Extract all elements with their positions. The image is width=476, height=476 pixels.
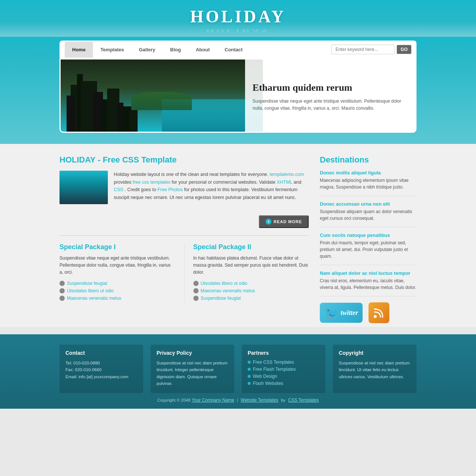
list-icon: [193, 296, 199, 301]
footer-bottom: Copyright © 2048 Your Company Name | Web…: [60, 398, 416, 403]
partner-link-2[interactable]: Free Flash Templates: [253, 367, 296, 372]
free-photos-link[interactable]: Free Photos: [157, 187, 183, 192]
footer-copyright-col: Copyright Suspendisse at nisl nec diam p…: [333, 345, 416, 393]
list-item: Suspendisse feugiat: [193, 296, 309, 301]
package-2-text: In hac habitasse platea dictumst. Fusce …: [193, 255, 309, 276]
company-link[interactable]: Your Company Name: [192, 398, 234, 403]
website-templates-link[interactable]: Website Templates: [241, 398, 278, 403]
templatemo-link[interactable]: templatemo.com: [270, 172, 304, 177]
partner-link-1[interactable]: Free CSS Templates: [253, 360, 294, 365]
twitter-icon[interactable]: 🐦 twitter: [320, 303, 363, 323]
sidebar: Destinations Donec mollis aliquet ligula…: [320, 155, 416, 323]
footer-list-item: Free Flash Templates: [248, 367, 319, 372]
nav-item-contact[interactable]: Contact: [217, 42, 250, 58]
footer-dot: [248, 368, 251, 371]
nav-item-gallery[interactable]: Gallery: [131, 42, 163, 58]
nav-wrap: Home Templates Gallery Blog About Contac…: [0, 37, 476, 58]
pkg2-link2[interactable]: Maecenas venenatis metus: [201, 288, 255, 293]
pkg2-link3[interactable]: Suspendisse feugiat: [201, 296, 241, 301]
list-icon: [60, 288, 65, 293]
footer-partners-list: Free CSS Templates Free Flash Templates …: [248, 360, 319, 386]
footer-list-item: Web Design: [248, 374, 319, 379]
search-input[interactable]: [331, 45, 395, 54]
svg-point-0: [374, 315, 377, 318]
content-left: HOLIDAY - Free CSS Template Holiday webs…: [60, 155, 309, 323]
divider: [60, 235, 309, 236]
rss-icon[interactable]: [369, 302, 389, 323]
footer-list-item: Flash Websites: [248, 381, 319, 386]
search-button[interactable]: GO: [397, 45, 411, 54]
package-1-title: Special Package I: [60, 243, 175, 251]
partner-link-3[interactable]: Web Design: [253, 374, 277, 379]
twitter-label: twitter: [341, 309, 358, 317]
intro-block: Holiday website layout is one of the cle…: [60, 171, 309, 204]
pkg1-link3[interactable]: Maecenas venenatis metus: [67, 296, 121, 301]
destination-1: Donec mollis aliquet ligula Maecenas adi…: [320, 170, 416, 196]
main-container: HOLIDAY - Free CSS Template Holiday webs…: [60, 155, 416, 323]
partner-link-4[interactable]: Flash Websites: [253, 381, 283, 386]
list-item: Utsodales libero ut odio: [60, 288, 175, 293]
xhtml-link[interactable]: XHTML: [277, 180, 292, 185]
dest-4-link[interactable]: Nam aliquet dolor ac nisl luctus tempor: [320, 270, 416, 276]
footer-fax: Fax: 020-010-0660: [65, 366, 137, 373]
css-templates-link[interactable]: CSS Templates: [288, 398, 319, 403]
list-icon: [193, 281, 199, 286]
footer-tel: Tel: 010-020-0880: [65, 360, 137, 366]
dest-2-link[interactable]: Donec accumsan urna non elit: [320, 201, 416, 207]
footer-copyright-col-text: Suspendisse at nisl nec diam pretium tin…: [339, 360, 411, 380]
list-icon: [193, 288, 199, 293]
package-2-title: Special Package II: [193, 243, 309, 251]
nav-item-templates[interactable]: Templates: [93, 42, 131, 58]
pkg1-link2[interactable]: Utsodales libero ut odio: [67, 288, 113, 293]
list-item: Maecenas venenatis metus: [193, 288, 309, 293]
hero-description: Suspendisse vitae neque eget ante tristi…: [253, 98, 408, 112]
free-css-templates-link[interactable]: free css templates: [133, 180, 170, 185]
nav-item-home[interactable]: Home: [65, 42, 93, 58]
package-divider: [184, 243, 184, 303]
list-item: Suspendisse feugiat: [60, 281, 175, 286]
footer-email: Email: info [at] yourcompany.com: [65, 373, 137, 380]
package-1-list: Suspendisse feugiat Utsodales libero ut …: [60, 281, 175, 301]
search-wrap: GO: [331, 45, 411, 54]
nav-item-blog[interactable]: Blog: [163, 42, 189, 58]
footer-container: Contact Tel: 010-020-0880 Fax: 020-010-0…: [60, 345, 416, 393]
footer-privacy-title: Privacy Policy: [157, 350, 228, 356]
site-title-reflection: HOLIDAY: [0, 28, 476, 33]
footer-dot: [248, 382, 251, 385]
nav-container: Home Templates Gallery Blog About Contac…: [60, 41, 416, 58]
site-header: HOLIDAY HOLIDAY: [0, 0, 476, 37]
hero-image-container: Etharum quidem rerum Suspendisse vitae n…: [60, 58, 416, 133]
nav-links: Home Templates Gallery Blog About Contac…: [65, 42, 331, 58]
packages: Special Package I Suspendisse vitae nequ…: [60, 243, 309, 303]
intro-text: Holiday website layout is one of the cle…: [114, 171, 309, 204]
destination-4: Nam aliquet dolor ac nisl luctus tempor …: [320, 270, 416, 296]
read-more-button[interactable]: READ MORE: [259, 215, 309, 228]
twitter-bird-icon: 🐦: [324, 306, 339, 320]
rss-svg: [373, 307, 385, 319]
dest-4-text: Cras nisl eros, elementum eu, iaculis vi…: [320, 277, 416, 291]
footer-contact: Contact Tel: 010-020-0880 Fax: 020-010-0…: [60, 345, 143, 393]
hero-wrap: Etharum quidem rerum Suspendisse vitae n…: [0, 58, 476, 144]
hero-heading: Etharum quidem rerum: [253, 82, 408, 93]
pkg1-link1[interactable]: Suspendisse feugiat: [67, 281, 107, 286]
pkg2-link1[interactable]: Utsodales libero ut odio: [201, 281, 247, 286]
main-bg: HOLIDAY - Free CSS Template Holiday webs…: [0, 144, 476, 327]
footer-privacy: Privacy Policy Suspendisse at nisl nec d…: [151, 345, 234, 393]
footer: Contact Tel: 010-020-0880 Fax: 020-010-0…: [0, 334, 476, 409]
dest-1-link[interactable]: Donec mollis aliquet ligula: [320, 170, 416, 176]
package-1: Special Package I Suspendisse vitae nequ…: [60, 243, 175, 303]
read-more-icon: [266, 219, 271, 225]
footer-partners-title: Partners: [248, 350, 319, 356]
list-item: Utsodales libero ut odio: [193, 281, 309, 286]
css-link[interactable]: CSS: [114, 187, 123, 192]
destination-3: Cum sociis natoque penatibus Proin dui m…: [320, 232, 416, 265]
dest-1-text: Maecenas adipiscing elementum ipsum vita…: [320, 177, 416, 190]
destination-2: Donec accumsan urna non elit Suspendisse…: [320, 201, 416, 227]
dest-3-link[interactable]: Cum sociis natoque penatibus: [320, 232, 416, 238]
dest-2-text: Suspendisse aliquam quam ac dolor venena…: [320, 208, 416, 222]
footer-dot: [248, 375, 251, 378]
package-2: Special Package II In hac habitasse plat…: [193, 243, 309, 303]
nav-item-about[interactable]: About: [188, 42, 217, 58]
site-title: HOLIDAY: [0, 7, 476, 26]
main-section-title: HOLIDAY - Free CSS Template: [60, 155, 309, 165]
